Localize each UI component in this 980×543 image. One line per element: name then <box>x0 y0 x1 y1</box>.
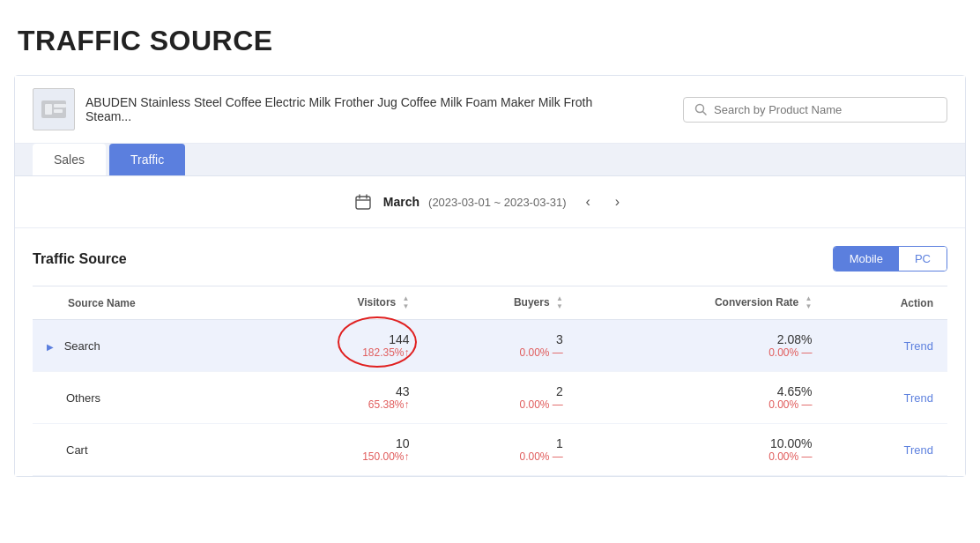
device-toggle: Mobile PC <box>833 246 947 272</box>
expand-icon[interactable]: ▶ <box>47 342 54 352</box>
date-month: March <box>383 195 419 209</box>
buyers-cell-cart: 1 0.00% — <box>424 424 577 476</box>
tab-sales[interactable]: Sales <box>33 144 106 175</box>
product-name: ABUDEN Stainless Steel Coffee Electric M… <box>85 95 614 123</box>
data-table: Source Name Visitors ▲ ▼ Buyers ▲ ▼ <box>33 286 947 476</box>
product-header: ABUDEN Stainless Steel Coffee Electric M… <box>15 76 965 144</box>
table-row: Others 43 65.38%↑ 2 0.00% — 4.65% 0.00% … <box>33 372 947 424</box>
prev-date-button[interactable]: ‹ <box>581 192 596 212</box>
buyers-sort-icon[interactable]: ▲ ▼ <box>556 295 563 310</box>
trend-link-others[interactable]: Trend <box>904 391 933 405</box>
device-mobile-button[interactable]: Mobile <box>834 247 899 271</box>
device-pc-button[interactable]: PC <box>899 247 947 271</box>
visitors-cell-search: 144 182.35%↑ <box>264 320 424 372</box>
svg-rect-2 <box>54 104 66 108</box>
conversion-sort-icon[interactable]: ▲ ▼ <box>806 295 813 310</box>
main-container: ABUDEN Stainless Steel Coffee Electric M… <box>14 75 966 477</box>
trend-link-cart[interactable]: Trend <box>904 443 933 457</box>
col-visitors: Visitors ▲ ▼ <box>264 286 424 320</box>
source-cell-others: Others <box>33 372 264 424</box>
visitors-cell-cart: 10 150.00%↑ <box>264 424 424 476</box>
svg-line-5 <box>703 112 707 115</box>
traffic-section-header: Traffic Source Mobile PC <box>33 246 947 272</box>
date-range: (2023-03-01 ~ 2023-03-31) <box>428 196 566 209</box>
visitors-sort-icon[interactable]: ▲ ▼ <box>403 295 410 310</box>
circle-highlight: 144 182.35%↑ <box>362 332 409 359</box>
col-action: Action <box>827 286 947 320</box>
conversion-cell-cart: 10.00% 0.00% — <box>577 424 827 476</box>
action-cell-search[interactable]: Trend <box>827 320 947 372</box>
table-row: Cart 10 150.00%↑ 1 0.00% — 10.00% 0.00% … <box>33 424 947 476</box>
conversion-cell-others: 4.65% 0.00% — <box>577 372 827 424</box>
visitors-cell-others: 43 65.38%↑ <box>264 372 424 424</box>
buyers-cell-search: 3 0.00% — <box>424 320 577 372</box>
svg-rect-1 <box>45 104 52 115</box>
date-display: March (2023-03-01 ~ 2023-03-31) <box>355 194 567 210</box>
col-conversion-rate: Conversion Rate ▲ ▼ <box>577 286 827 320</box>
calendar-icon <box>355 194 371 210</box>
buyers-cell-others: 2 0.00% — <box>424 372 577 424</box>
svg-rect-6 <box>356 197 370 209</box>
traffic-source-title: Traffic Source <box>33 251 127 267</box>
table-row: ▶ Search 144 182.35%↑ 3 0.00% — <box>33 320 947 372</box>
next-date-button[interactable]: › <box>610 192 625 212</box>
search-box[interactable] <box>683 97 947 123</box>
date-row: March (2023-03-01 ~ 2023-03-31) ‹ › <box>15 176 965 228</box>
tab-traffic[interactable]: Traffic <box>109 144 185 175</box>
product-thumbnail <box>33 88 75 130</box>
search-input[interactable] <box>714 103 936 116</box>
traffic-section: Traffic Source Mobile PC Source Name Vis… <box>15 228 965 476</box>
col-source-name: Source Name <box>33 286 264 320</box>
search-icon <box>694 103 707 115</box>
svg-rect-3 <box>54 109 63 113</box>
page-title: TRAFFIC SOURCE <box>0 0 980 75</box>
product-left: ABUDEN Stainless Steel Coffee Electric M… <box>33 88 614 130</box>
table-header-row: Source Name Visitors ▲ ▼ Buyers ▲ ▼ <box>33 286 947 320</box>
conversion-cell-search: 2.08% 0.00% — <box>577 320 827 372</box>
source-cell-search: ▶ Search <box>33 320 264 372</box>
tabs-row: Sales Traffic <box>15 144 965 176</box>
col-buyers: Buyers ▲ ▼ <box>424 286 577 320</box>
trend-link-search[interactable]: Trend <box>904 339 933 353</box>
source-cell-cart: Cart <box>33 424 264 476</box>
action-cell-cart[interactable]: Trend <box>827 424 947 476</box>
action-cell-others[interactable]: Trend <box>827 372 947 424</box>
